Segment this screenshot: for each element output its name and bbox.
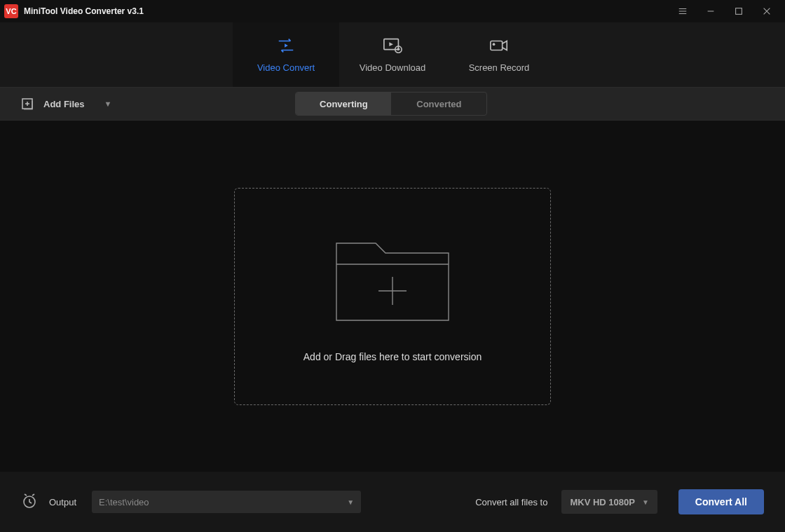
download-icon (383, 37, 402, 54)
output-label: Output (49, 497, 76, 507)
add-files-label: Add Files (43, 99, 85, 109)
close-button[interactable] (753, 0, 781, 22)
record-icon (489, 37, 509, 54)
chevron-down-icon: ▼ (347, 498, 354, 506)
output-path-select[interactable]: E:\test\video ▼ (92, 491, 361, 513)
tab-video-download[interactable]: Video Download (339, 22, 446, 87)
folder-add-icon (331, 231, 454, 332)
chevron-down-icon: ▼ (104, 100, 112, 108)
schedule-icon[interactable] (21, 492, 38, 512)
main-tabs: Video Convert Video Download Screen Reco… (0, 22, 785, 87)
tab-label: Video Download (360, 62, 425, 73)
svg-rect-0 (736, 8, 742, 15)
convert-all-button[interactable]: Convert All (678, 489, 764, 514)
tab-screen-record[interactable]: Screen Record (446, 22, 552, 87)
title-bar: VC MiniTool Video Converter v3.1 (0, 0, 785, 22)
footer: Output E:\test\video ▼ Convert all files… (0, 472, 785, 532)
svg-rect-3 (491, 41, 503, 50)
toolbar: Add Files ▼ Converting Converted (0, 87, 785, 121)
output-format-select[interactable]: MKV HD 1080P ▼ (561, 490, 657, 514)
convert-all-button-label: Convert All (695, 496, 747, 507)
minimize-button[interactable] (697, 0, 725, 22)
menu-button[interactable] (669, 0, 697, 22)
workspace: Add or Drag files here to start conversi… (0, 121, 785, 472)
tab-label: Screen Record (469, 62, 530, 73)
drop-zone[interactable]: Add or Drag files here to start conversi… (234, 188, 551, 405)
maximize-button[interactable] (725, 0, 753, 22)
output-path-value: E:\test\video (99, 497, 149, 507)
drop-hint: Add or Drag files here to start conversi… (303, 351, 482, 362)
add-files-button[interactable]: Add Files ▼ (17, 93, 118, 115)
add-file-icon (21, 97, 35, 111)
svg-point-4 (493, 43, 496, 46)
app-title: MiniTool Video Converter v3.1 (24, 6, 144, 16)
convert-icon (276, 37, 296, 54)
segment-converted[interactable]: Converted (391, 93, 486, 115)
output-format-value: MKV HD 1080P (570, 497, 634, 507)
status-segmented: Converting Converted (295, 92, 487, 116)
app-logo: VC (4, 4, 18, 18)
convert-all-label: Convert all files to (475, 497, 547, 507)
segment-converting[interactable]: Converting (296, 93, 391, 115)
tab-video-convert[interactable]: Video Convert (233, 22, 339, 87)
chevron-down-icon: ▼ (642, 498, 649, 506)
tab-label: Video Convert (257, 62, 315, 73)
